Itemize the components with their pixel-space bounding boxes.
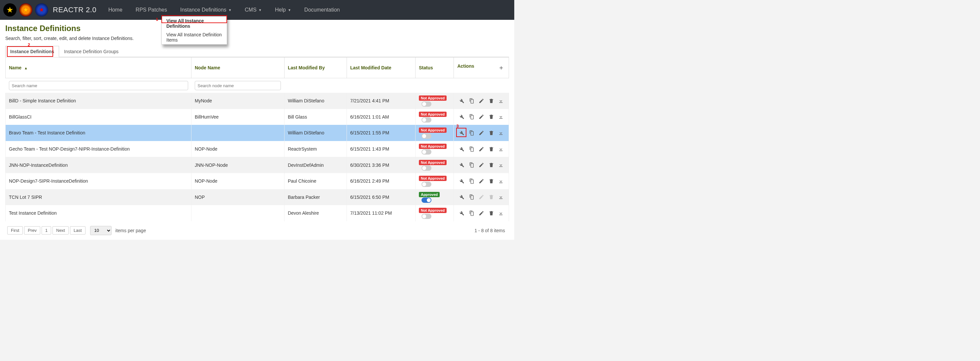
- tab-instance-definitions[interactable]: Instance Definitions: [5, 46, 59, 57]
- page-subtitle: Search, filter, sort, create, edit, and …: [5, 36, 509, 41]
- pager-page[interactable]: 1: [41, 226, 51, 235]
- approve-toggle[interactable]: [422, 166, 431, 171]
- table-row[interactable]: Test Instance DefinitionDevon Aleshire7/…: [6, 205, 509, 221]
- cell-node: NOP-Node: [191, 173, 285, 189]
- trash-icon[interactable]: [487, 128, 495, 137]
- pager-prev[interactable]: Prev: [24, 226, 40, 235]
- wrench-icon[interactable]: [457, 161, 466, 169]
- tab-instance-definition-groups[interactable]: Instance Definition Groups: [59, 46, 123, 57]
- copy-icon[interactable]: [467, 145, 476, 153]
- search-node-input[interactable]: [195, 81, 281, 90]
- svg-marker-0: [7, 7, 13, 13]
- approve-toggle[interactable]: [422, 101, 431, 107]
- col-modified-by[interactable]: Last Modified By: [284, 58, 347, 78]
- trash-icon[interactable]: [487, 177, 495, 185]
- wrench-icon[interactable]: [457, 145, 466, 153]
- pager-last[interactable]: Last: [70, 226, 86, 235]
- approve-toggle[interactable]: [422, 149, 431, 155]
- cell-modified-by: DevInstDefAdmin: [284, 157, 347, 173]
- pager-next[interactable]: Next: [52, 226, 68, 235]
- pager: First Prev 1 Next Last 10 items per page…: [5, 221, 509, 240]
- cell-actions: [454, 141, 509, 157]
- approve-toggle[interactable]: [422, 214, 431, 219]
- edit-icon[interactable]: [477, 128, 485, 137]
- download-icon[interactable]: [497, 209, 505, 217]
- cell-actions: [454, 189, 509, 205]
- cell-status: Not Approved: [415, 93, 453, 109]
- cell-status: Not Approved: [415, 205, 453, 221]
- col-modified-date[interactable]: Last Modified Date: [347, 58, 415, 78]
- dd-view-all-instance-definition-items[interactable]: View All Instance Definition Items: [162, 30, 227, 44]
- col-node-name[interactable]: Node Name: [191, 58, 285, 78]
- col-status[interactable]: Status: [415, 58, 453, 78]
- nav-documentation[interactable]: Documentation: [298, 1, 346, 19]
- download-icon[interactable]: [497, 145, 505, 153]
- instance-definitions-table: Name ▲ Node Name Last Modified By Last M…: [5, 57, 509, 221]
- edit-icon[interactable]: [477, 161, 485, 169]
- table-row[interactable]: TCN Lot 7 SIPRNOPBarbara Packer6/15/2021…: [6, 189, 509, 205]
- status-badge: Not Approved: [419, 112, 447, 117]
- approve-toggle[interactable]: [422, 198, 431, 203]
- edit-icon[interactable]: [477, 96, 485, 105]
- approve-toggle[interactable]: [422, 133, 431, 139]
- trash-icon[interactable]: [487, 113, 495, 121]
- nav-cms[interactable]: CMS ▼: [239, 1, 268, 19]
- copy-icon[interactable]: [467, 113, 476, 121]
- svg-marker-1: [24, 8, 28, 12]
- cell-modified-date: 6/30/2021 3:36 PM: [347, 157, 415, 173]
- download-icon[interactable]: [497, 128, 505, 137]
- cell-actions: [454, 173, 509, 189]
- copy-icon[interactable]: [467, 209, 476, 217]
- wrench-icon[interactable]: [457, 193, 466, 201]
- table-row[interactable]: NOP-Design7-SIPR-InstanceDefinitionNOP-N…: [6, 173, 509, 189]
- wrench-icon[interactable]: [457, 128, 466, 137]
- download-icon[interactable]: [497, 161, 505, 169]
- page-size-select[interactable]: 10: [90, 226, 111, 235]
- cell-modified-date: 6/16/2021 2:49 PM: [347, 173, 415, 189]
- download-icon[interactable]: [497, 96, 505, 105]
- trash-icon[interactable]: [487, 96, 495, 105]
- edit-icon[interactable]: [477, 209, 485, 217]
- trash-icon[interactable]: [487, 209, 495, 217]
- table-row[interactable]: Gecho Team - Test NOP-Design7-NIPR-Insta…: [6, 141, 509, 157]
- copy-icon[interactable]: [467, 161, 476, 169]
- trash-icon[interactable]: [487, 161, 495, 169]
- edit-icon[interactable]: [477, 145, 485, 153]
- download-icon[interactable]: [497, 193, 505, 201]
- svg-marker-2: [39, 8, 44, 12]
- copy-icon[interactable]: [467, 177, 476, 185]
- download-icon[interactable]: [497, 177, 505, 185]
- wrench-icon[interactable]: [457, 96, 466, 105]
- wrench-icon[interactable]: [457, 113, 466, 121]
- army-logo: [3, 3, 16, 16]
- approve-toggle[interactable]: [422, 117, 431, 123]
- wrench-icon[interactable]: [457, 209, 466, 217]
- cell-modified-date: 7/13/2021 11:02 PM: [347, 205, 415, 221]
- table-row[interactable]: BillD - Simple Instance DefinitionMyNode…: [6, 93, 509, 109]
- wrench-icon[interactable]: [457, 177, 466, 185]
- copy-icon[interactable]: [467, 96, 476, 105]
- trash-icon[interactable]: [487, 145, 495, 153]
- cell-status: Not Approved: [415, 157, 453, 173]
- cell-actions: [454, 205, 509, 221]
- copy-icon[interactable]: [467, 128, 476, 137]
- download-icon[interactable]: [497, 113, 505, 121]
- col-name[interactable]: Name ▲: [6, 58, 191, 78]
- pager-range: 1 - 8 of 8 items: [474, 228, 505, 233]
- cell-name: BillD - Simple Instance Definition: [6, 93, 191, 109]
- nav-home[interactable]: Home: [102, 1, 129, 19]
- approve-toggle[interactable]: [422, 182, 431, 187]
- page-title: Instance Definitions: [5, 24, 509, 33]
- table-row[interactable]: Bravo Team - Test Instance DefinitionWil…: [6, 125, 509, 141]
- pager-first[interactable]: First: [7, 226, 23, 235]
- table-row[interactable]: JNN-NOP-InstanceDefinitionJNN-NOP-NodeDe…: [6, 157, 509, 173]
- add-row-button[interactable]: [497, 64, 505, 72]
- dd-view-all-instance-definitions[interactable]: View All Instance Definitions: [162, 16, 227, 30]
- table-row[interactable]: BillGlassCIBillHumVeeBill Glass6/16/2021…: [6, 109, 509, 125]
- nav-help[interactable]: Help ▼: [269, 1, 297, 19]
- cell-modified-by: William DiStefano: [284, 125, 347, 141]
- copy-icon[interactable]: [467, 193, 476, 201]
- edit-icon[interactable]: [477, 177, 485, 185]
- search-name-input[interactable]: [9, 81, 188, 90]
- edit-icon[interactable]: [477, 113, 485, 121]
